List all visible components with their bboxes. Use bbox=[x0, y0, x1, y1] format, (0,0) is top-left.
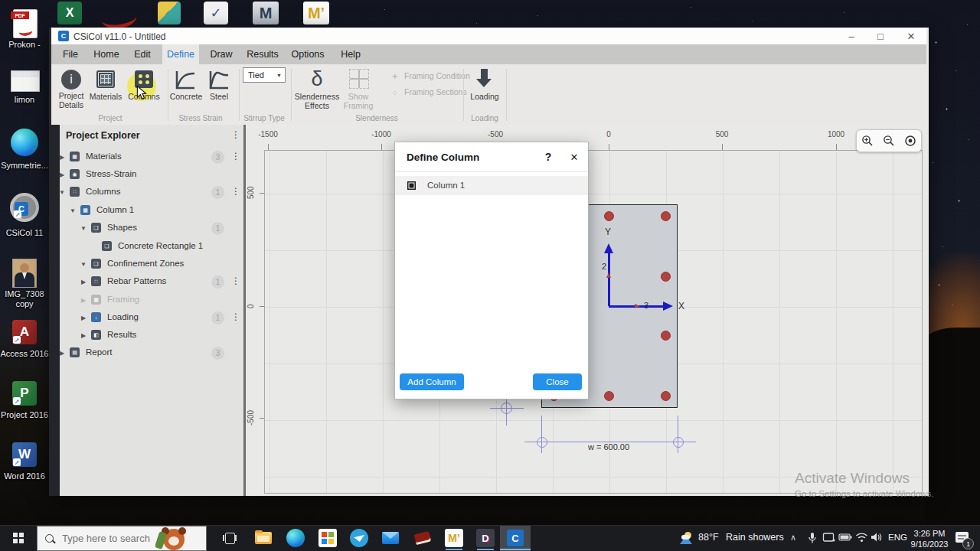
dialog-close-button[interactable]: Close bbox=[533, 373, 582, 390]
menu-edit[interactable]: Edit bbox=[130, 44, 155, 64]
start-button[interactable] bbox=[0, 525, 37, 551]
dialog-close-icon[interactable]: ✕ bbox=[567, 148, 582, 165]
rebar-dot[interactable] bbox=[661, 272, 671, 282]
kebab-icon[interactable]: ⋮ bbox=[231, 311, 240, 322]
m-dark-icon[interactable]: M bbox=[253, 2, 279, 24]
menu-options[interactable]: Options bbox=[291, 44, 325, 64]
menu-draw[interactable]: Draw bbox=[207, 44, 236, 64]
tree-item-shapes[interactable]: ▼ ❏ Shapes 1 bbox=[49, 220, 243, 237]
zoom-extents-icon[interactable] bbox=[904, 135, 916, 147]
weather-icon[interactable] bbox=[678, 531, 694, 545]
menu-results[interactable]: Results bbox=[247, 44, 279, 64]
framing-sections-button[interactable]: Framing Sections bbox=[404, 87, 467, 96]
search-input[interactable] bbox=[60, 532, 155, 545]
nitro-icon[interactable] bbox=[158, 2, 181, 24]
tree-item-materials[interactable]: ▶ ▦ Materials 3 ⋮ bbox=[49, 148, 243, 166]
tree-item-report[interactable]: ▶ ▤ Report 3 bbox=[49, 344, 243, 362]
menu-help[interactable]: Help bbox=[338, 44, 363, 64]
title-bar[interactable] bbox=[51, 28, 926, 45]
show-framing-button[interactable]: Show Framing bbox=[340, 93, 377, 110]
ruler-tick: 0 bbox=[247, 291, 257, 321]
file-explorer-icon[interactable] bbox=[254, 529, 273, 547]
kebab-icon[interactable]: ⋮ bbox=[231, 151, 240, 161]
expander-icon[interactable]: ▼ bbox=[59, 189, 65, 196]
expander-icon[interactable]: ▶ bbox=[81, 279, 86, 285]
rebar-dot[interactable] bbox=[604, 391, 614, 401]
wifi-icon[interactable] bbox=[855, 532, 868, 543]
speaker-icon[interactable] bbox=[871, 532, 884, 543]
expander-icon[interactable]: ▼ bbox=[70, 207, 76, 214]
edge-taskbar-icon[interactable] bbox=[286, 529, 305, 547]
expander-icon[interactable]: ▶ bbox=[60, 350, 64, 357]
excel-icon[interactable]: X bbox=[57, 2, 82, 24]
zoom-in-icon[interactable] bbox=[861, 135, 874, 147]
office-icon[interactable] bbox=[318, 529, 337, 547]
mail-icon[interactable] bbox=[381, 529, 400, 547]
shape-node-icon: ❏ bbox=[102, 241, 112, 251]
battery-icon[interactable] bbox=[838, 532, 852, 543]
close-button[interactable]: ✕ bbox=[900, 28, 923, 44]
dictionary-icon[interactable] bbox=[413, 529, 432, 547]
tree-item-concrete-rectangle-1[interactable]: ❏ Concrete Rectangle 1 bbox=[49, 238, 243, 256]
menu-define[interactable]: Define bbox=[162, 44, 199, 64]
steel-button[interactable]: Steel bbox=[202, 93, 236, 102]
project-icon: P➚ bbox=[12, 381, 37, 406]
task-view-icon[interactable] bbox=[223, 531, 237, 545]
kebab-icon[interactable]: ⋮ bbox=[231, 186, 240, 197]
tree-item-column-1[interactable]: ▼ ▦ Column 1 bbox=[49, 202, 243, 220]
weather-temp[interactable]: 88°F bbox=[698, 532, 719, 543]
expander-icon[interactable]: ▶ bbox=[81, 315, 86, 321]
display-connect-icon[interactable] bbox=[822, 532, 835, 543]
column-list-item[interactable]: Column 1 bbox=[395, 176, 588, 195]
tree-item-confinement-zones[interactable]: ▼ ❏ Confinement Zones bbox=[49, 256, 243, 273]
tree-label: Results bbox=[107, 330, 136, 339]
m-gold-taskbar-icon[interactable]: M’ bbox=[445, 529, 463, 547]
tree-item-columns[interactable]: ▼ ∷ Columns 1 ⋮ bbox=[49, 184, 243, 201]
expander-icon[interactable]: ▶ bbox=[60, 171, 64, 178]
rebar-dot[interactable] bbox=[661, 331, 671, 341]
d-app-icon[interactable]: D bbox=[476, 529, 495, 547]
zoom-out-icon[interactable] bbox=[883, 135, 895, 147]
tree-item-rebar-patterns[interactable]: ▶ ∷ Rebar Patterns 1 ⋮ bbox=[49, 273, 243, 291]
stirrup-type-select[interactable]: Tied ▼ bbox=[243, 67, 286, 83]
csicol-taskbar-slot[interactable]: C bbox=[500, 526, 531, 551]
check-doc-icon[interactable]: ✓ bbox=[204, 2, 228, 24]
tree-item-results[interactable]: ▶ ◧ Results bbox=[49, 327, 243, 344]
loading-button[interactable]: Loading bbox=[466, 93, 504, 102]
tray-chevron-icon[interactable]: ∧ bbox=[790, 533, 796, 543]
language-indicator[interactable]: ENG bbox=[888, 533, 907, 542]
clock[interactable]: 3:26 PM 9/16/2023 bbox=[908, 528, 951, 549]
minimize-button[interactable]: – bbox=[840, 28, 863, 44]
maximize-button[interactable]: □ bbox=[869, 28, 892, 44]
expander-icon[interactable]: ▶ bbox=[81, 297, 86, 304]
taskbar-search[interactable] bbox=[37, 526, 207, 551]
project-details-button[interactable]: Project Details bbox=[53, 92, 90, 109]
explorer-kebab-icon[interactable]: ⋮ bbox=[231, 129, 240, 140]
microphone-icon[interactable] bbox=[807, 532, 818, 544]
rebar-dot[interactable] bbox=[604, 211, 614, 221]
telegram-icon[interactable] bbox=[350, 529, 368, 547]
expander-icon[interactable]: ▼ bbox=[80, 225, 87, 232]
tree-item-stress-strain[interactable]: ▶ ◉ Stress-Strain bbox=[49, 166, 243, 184]
rebar-dot[interactable] bbox=[661, 391, 671, 401]
count-badge: 1 bbox=[211, 222, 224, 235]
tree-item-loading[interactable]: ▶ ↓ Loading 1 ⋮ bbox=[49, 309, 243, 327]
materials-button[interactable]: Materials bbox=[87, 93, 124, 102]
slenderness-effects-button[interactable]: Slenderness Effects bbox=[294, 93, 340, 110]
add-column-button[interactable]: Add Column bbox=[400, 373, 464, 390]
framing-condition-button[interactable]: Framing Condition bbox=[404, 71, 470, 80]
menu-file[interactable]: File bbox=[60, 44, 81, 64]
rebar-dot[interactable] bbox=[661, 211, 671, 221]
expander-icon[interactable]: ▶ bbox=[60, 154, 64, 161]
kebab-icon[interactable]: ⋮ bbox=[231, 276, 240, 286]
m-gold-icon[interactable]: M’ bbox=[303, 2, 329, 24]
menu-home[interactable]: Home bbox=[92, 44, 121, 64]
expander-icon[interactable]: ▼ bbox=[80, 261, 87, 268]
concrete-button[interactable]: Concrete bbox=[168, 93, 204, 102]
expander-icon[interactable]: ▶ bbox=[81, 332, 86, 339]
tree-item-framing[interactable]: ▶ ▦ Framing bbox=[49, 292, 243, 309]
help-icon[interactable]: ? bbox=[541, 148, 556, 165]
weather-condition[interactable]: Rain showers bbox=[726, 532, 784, 543]
prokon-swoosh-icon[interactable] bbox=[100, 1, 138, 31]
dimension-label: w = 600.00 bbox=[578, 442, 639, 452]
